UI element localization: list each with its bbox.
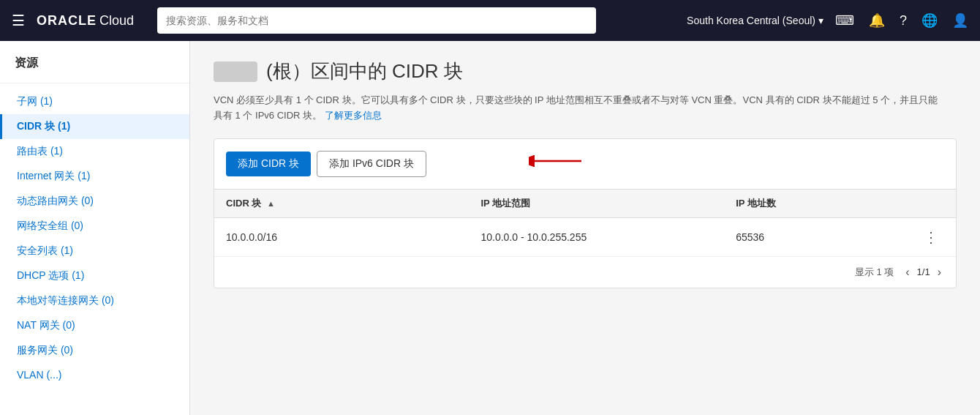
header-icons: ⌨ 🔔 ? 🌐 👤 — [835, 12, 968, 29]
terminal-icon[interactable]: ⌨ — [835, 12, 854, 29]
showing-count: 显示 1 项 — [855, 266, 894, 279]
sidebar-item-route-table[interactable]: 路由表 (1) — [0, 139, 189, 164]
page-description: VCN 必须至少具有 1 个 CIDR 块。它可以具有多个 CIDR 块，只要这… — [214, 93, 945, 124]
logo-oracle-text: ORACLE — [37, 13, 97, 29]
learn-more-link[interactable]: 了解更多信息 — [325, 110, 382, 121]
layout: 资源 子网 (1) CIDR 块 (1) 路由表 (1) Internet 网关… — [0, 41, 980, 415]
table-footer: 显示 1 项 ‹ 1/1 › — [214, 256, 956, 288]
logo: ORACLE Cloud — [37, 13, 134, 29]
column-header-cidr[interactable]: CIDR 块 ▲ — [214, 190, 469, 218]
arrow-annotation — [529, 146, 587, 176]
sidebar-item-dhcp-options[interactable]: DHCP 选项 (1) — [0, 263, 189, 288]
sidebar: 资源 子网 (1) CIDR 块 (1) 路由表 (1) Internet 网关… — [0, 41, 190, 415]
sidebar-item-local-peering-gateway[interactable]: 本地对等连接网关 (0) — [0, 288, 189, 313]
next-page-button[interactable]: › — [935, 264, 944, 280]
region-label: South Korea Central (Seoul) — [687, 15, 815, 26]
prev-page-button[interactable]: ‹ — [902, 264, 912, 280]
add-ipv6-cidr-button[interactable]: 添加 IPv6 CIDR 块 — [317, 151, 426, 177]
sidebar-item-network-security-group[interactable]: 网络安全组 (0) — [0, 214, 189, 239]
button-bar: 添加 CIDR 块 添加 IPv6 CIDR 块 — [214, 139, 956, 190]
user-avatar[interactable]: 👤 — [952, 12, 968, 29]
column-header-action — [906, 190, 956, 218]
logo-cloud-text: Cloud — [99, 13, 134, 29]
count-value: 65536 — [724, 217, 906, 256]
sidebar-item-service-gateway[interactable]: 服务网关 (0) — [0, 338, 189, 363]
search-bar[interactable] — [157, 7, 596, 34]
sidebar-item-internet-gateway[interactable]: Internet 网关 (1) — [0, 164, 189, 189]
globe-icon[interactable]: 🌐 — [921, 12, 938, 29]
page-title: (根）区间中的 CIDR 块 — [266, 59, 463, 84]
sidebar-item-vlan[interactable]: VLAN (...) — [0, 363, 189, 386]
kebab-menu-button[interactable]: ⋮ — [918, 227, 944, 247]
sidebar-item-nat-gateway[interactable]: NAT 网关 (0) — [0, 313, 189, 338]
content-panel: 添加 CIDR 块 添加 IPv6 CIDR 块 — [214, 138, 957, 288]
pagination: ‹ 1/1 › — [902, 264, 944, 280]
sidebar-title: 资源 — [0, 56, 189, 83]
table-header-row: CIDR 块 ▲ IP 地址范围 IP 地址数 — [214, 190, 956, 218]
header: ☰ ORACLE Cloud South Korea Central (Seou… — [0, 0, 980, 41]
column-header-count: IP 地址数 — [724, 190, 906, 218]
arrow-icon — [529, 146, 587, 176]
question-icon[interactable]: ? — [900, 13, 907, 29]
page-info: 1/1 — [917, 266, 930, 277]
table-row: 10.0.0.0/16 10.0.0.0 - 10.0.255.255 6553… — [214, 217, 956, 256]
add-cidr-button[interactable]: 添加 CIDR 块 — [226, 152, 311, 176]
page-header: (根）区间中的 CIDR 块 — [214, 59, 957, 84]
range-value: 10.0.0.0 - 10.0.255.255 — [469, 217, 724, 256]
chevron-down-icon: ▾ — [818, 15, 823, 26]
sidebar-item-security-list[interactable]: 安全列表 (1) — [0, 239, 189, 263]
breadcrumb-chip — [214, 61, 257, 82]
hamburger-menu-icon[interactable]: ☰ — [12, 12, 25, 29]
cidr-table: CIDR 块 ▲ IP 地址范围 IP 地址数 10.0 — [214, 190, 956, 256]
sidebar-item-subnet[interactable]: 子网 (1) — [0, 89, 189, 114]
main-content: (根）区间中的 CIDR 块 VCN 必须至少具有 1 个 CIDR 块。它可以… — [190, 41, 980, 415]
region-selector[interactable]: South Korea Central (Seoul) ▾ — [687, 15, 823, 26]
row-action-cell: ⋮ — [906, 217, 956, 256]
sidebar-item-cidr[interactable]: CIDR 块 (1) — [0, 114, 189, 139]
bell-icon[interactable]: 🔔 — [869, 12, 885, 29]
column-header-range: IP 地址范围 — [469, 190, 724, 218]
sidebar-item-dynamic-route-gateway[interactable]: 动态路由网关 (0) — [0, 189, 189, 214]
search-input[interactable] — [157, 7, 596, 34]
sort-icon: ▲ — [267, 199, 275, 208]
cidr-value: 10.0.0.0/16 — [214, 217, 469, 256]
